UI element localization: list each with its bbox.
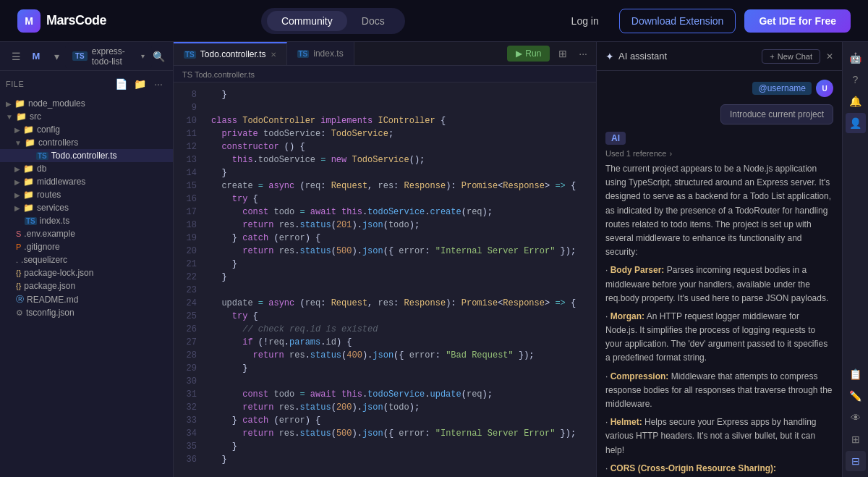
git-file-icon: P <box>16 242 21 251</box>
new-chat-button[interactable]: + New Chat <box>762 49 820 64</box>
new-file-icon[interactable]: 📄 <box>112 75 129 93</box>
nav-pills: Community Docs <box>261 8 405 34</box>
list-item: · Helmet: Helps secure your Express apps… <box>605 415 833 457</box>
username-tag: @username <box>752 82 812 95</box>
list-item[interactable]: ▶ 📁 routes <box>0 188 173 201</box>
ai-topbar-right: + New Chat ✕ <box>762 49 833 64</box>
logo[interactable]: M MarsCode <box>17 9 106 33</box>
more-options-icon[interactable]: ··· <box>576 46 590 61</box>
editor-tabs-bar: TS Todo.controller.ts ✕ TS index.ts ▶ Ru… <box>174 42 596 66</box>
split-view-icon[interactable]: ⊞ <box>556 46 570 61</box>
file-sidebar: ☰ M ▾ TS express-todo-list ▾ 🔍 File 📄 📁 … <box>0 42 174 477</box>
editor-main: TS Todo.controller.ts ✕ TS index.ts ▶ Ru… <box>174 42 868 477</box>
list-item[interactable]: ▼ 📁 src <box>0 110 173 123</box>
file-tree: ▶ 📁 node_modules ▼ 📁 src ▶ 📁 config ▼ 📁 … <box>0 94 173 477</box>
code-content[interactable]: } class TodoController implements IContr… <box>203 83 596 477</box>
ai-response-header: AI <box>605 132 833 145</box>
tab-todo-controller[interactable]: TS Todo.controller.ts ✕ <box>174 42 287 65</box>
chevron-right-icon: ▶ <box>14 165 20 173</box>
sidebar-toggle-icon[interactable]: ☰ <box>7 48 25 65</box>
ai-reference-text: Used 1 reference <box>605 149 666 158</box>
tab-close-icon[interactable]: ✕ <box>271 51 276 59</box>
ai-topbar: ✦ AI assistant + New Chat ✕ <box>597 42 842 71</box>
logo-icon: M <box>17 9 41 33</box>
ai-sidebar-icon-copy[interactable]: 📋 <box>846 364 866 384</box>
folder-icon: 📁 <box>23 190 34 200</box>
login-button[interactable]: Log in <box>560 9 610 33</box>
ai-close-icon[interactable]: ✕ <box>826 51 833 62</box>
introduce-popup-text: Introduce current project <box>730 109 824 119</box>
list-item[interactable]: . .sequelizerc <box>0 253 173 266</box>
file-tree-actions: 📄 📁 ··· <box>112 75 167 93</box>
list-item[interactable]: Ⓡ README.md <box>0 292 173 306</box>
list-item[interactable]: ▶ 📁 middlewares <box>0 175 173 188</box>
line-numbers: 89101112 1314151617 1819202122 232425262… <box>174 83 203 477</box>
list-item[interactable]: ▼ 📁 controllers <box>0 136 173 149</box>
user-profile-icon[interactable]: 👤 <box>846 113 866 133</box>
list-item[interactable]: S .env.example <box>0 227 173 240</box>
chevron-down-icon[interactable]: ▾ <box>48 48 65 65</box>
ai-sidebar-icon-edit[interactable]: ✏️ <box>846 386 866 406</box>
folder-icon: 📁 <box>23 203 34 213</box>
list-item[interactable]: ▶ 📁 db <box>0 162 173 175</box>
chevron-down-icon: ▼ <box>14 139 22 147</box>
nav-community[interactable]: Community <box>267 11 347 31</box>
breadcrumb-text: TS Todo.controller.ts <box>182 70 255 79</box>
list-item[interactable]: P .gitignore <box>0 240 173 253</box>
folder-icon: 📁 <box>14 98 25 109</box>
list-item: · Morgan: An HTTP request logger middlew… <box>605 310 833 366</box>
folder-icon: 📁 <box>23 177 34 187</box>
ai-sidebar-icon-help[interactable]: ? <box>846 69 866 90</box>
list-item[interactable]: ▶ 📁 node_modules <box>0 97 173 110</box>
list-item[interactable]: TS index.ts <box>0 214 173 227</box>
chevron-right-icon: ▶ <box>14 126 20 134</box>
sidebar-toolbar-left: ☰ M ▾ <box>7 48 65 65</box>
chevron-right-icon: ▶ <box>14 204 20 212</box>
list-item[interactable]: {} package.json <box>0 279 173 292</box>
project-indicator[interactable]: TS express-todo-list ▾ <box>65 43 152 69</box>
ai-sparkle-icon: ✦ <box>605 51 614 62</box>
ai-sidebar-icon-bell[interactable]: 🔔 <box>846 91 866 111</box>
download-extension-button[interactable]: Download Extension <box>619 9 736 33</box>
project-lang-badge: TS <box>72 51 88 61</box>
list-item[interactable]: ⚙ tsconfig.json <box>0 306 173 319</box>
new-folder-icon[interactable]: 📁 <box>131 75 148 93</box>
ai-sidebar-icon-layers[interactable]: ⊞ <box>846 429 866 449</box>
search-button[interactable]: 🔍 <box>152 48 166 65</box>
ai-sidebar-icon-grid[interactable]: ⊟ <box>846 451 866 471</box>
list-item[interactable]: TS Todo.controller.ts <box>0 149 173 162</box>
ai-panel-title: AI assistant <box>618 51 667 62</box>
ai-response-badge: AI <box>605 132 626 145</box>
tab-label: index.ts <box>313 48 343 59</box>
new-chat-label: New Chat <box>778 52 812 61</box>
tab-index-ts[interactable]: TS index.ts <box>287 42 354 65</box>
list-item[interactable]: {} package-lock.json <box>0 266 173 279</box>
project-name: express-todo-list <box>92 46 137 67</box>
avatar: U <box>816 80 833 97</box>
chevron-right-icon: ▶ <box>14 191 20 199</box>
ai-response-intro: The current project appears to be a Node… <box>605 162 833 259</box>
more-actions-icon[interactable]: ··· <box>150 75 167 93</box>
ai-response-body: The current project appears to be a Node… <box>605 162 833 476</box>
nav-docs[interactable]: Docs <box>347 11 399 31</box>
code-editor[interactable]: 89101112 1314151617 1819202122 232425262… <box>174 83 596 477</box>
tabs-row: TS Todo.controller.ts ✕ TS index.ts <box>174 42 354 65</box>
ts-tab-icon: TS <box>297 50 310 58</box>
tab-label: Todo.controller.ts <box>200 49 266 59</box>
run-button[interactable]: ▶ Run <box>507 46 550 62</box>
ai-sidebar-icon-chat[interactable]: 🤖 <box>846 48 866 68</box>
folder-icon: 📁 <box>25 138 35 148</box>
chevron-right-icon: ▶ <box>14 178 20 186</box>
get-ide-button[interactable]: Get IDE for Free <box>744 9 851 33</box>
list-item[interactable]: ▶ 📁 services <box>0 201 173 214</box>
editor-container: ☰ M ▾ TS express-todo-list ▾ 🔍 File 📄 📁 … <box>0 42 868 477</box>
list-item: · Body Parser: Parses incoming request b… <box>605 263 833 305</box>
marscode-icon[interactable]: M <box>27 48 45 65</box>
chevron-down-icon: ▼ <box>6 113 13 121</box>
introduce-popup[interactable]: Introduce current project <box>720 104 833 124</box>
ai-content: @username U Introduce current project AI <box>597 71 842 477</box>
list-item[interactable]: ▶ 📁 config <box>0 123 173 136</box>
logo-text: MarsCode <box>46 13 106 28</box>
ai-sidebar-icon-eye[interactable]: 👁 <box>846 408 866 428</box>
ai-reference: Used 1 reference › <box>605 149 833 158</box>
